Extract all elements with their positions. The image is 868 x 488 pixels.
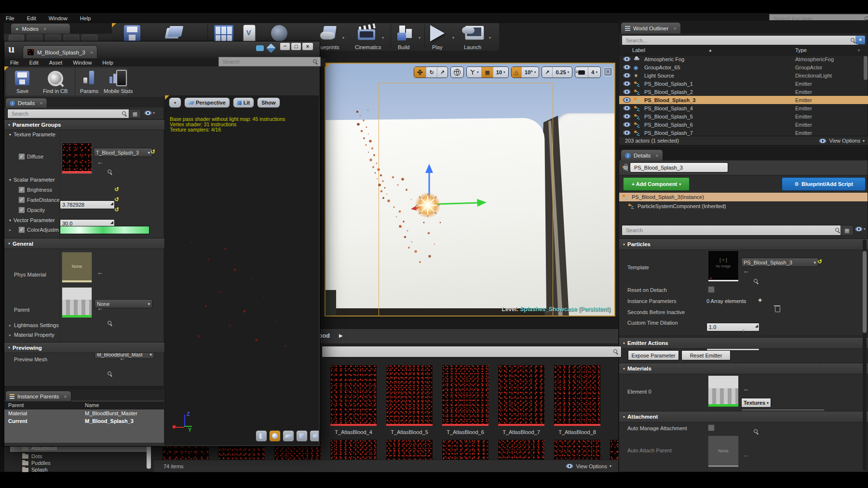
asset-tile[interactable]	[610, 440, 618, 460]
menu-file[interactable]: File	[10, 60, 19, 66]
camera-speed-button[interactable]	[575, 67, 588, 78]
folder-row[interactable]: Puddles	[10, 460, 147, 466]
parent-thumbnail[interactable]	[62, 287, 92, 318]
expand-advanced-button[interactable]: ▾	[619, 328, 868, 336]
rotation-snap-value[interactable]: 10°▾	[521, 67, 539, 78]
rotate-tool-button[interactable]: ↻	[426, 67, 436, 78]
menu-help[interactable]: Help	[80, 15, 91, 21]
add-element-icon[interactable]: +	[758, 296, 762, 304]
diffuse-checkbox[interactable]	[18, 153, 25, 160]
level-viewport[interactable]: ↻ ↗ ▾ ▦ 10▾ △ 10°▾	[325, 63, 615, 317]
group-vector-parameter[interactable]: ▾Vector Parameter	[9, 217, 55, 223]
browse-back-icon[interactable]: ←	[743, 268, 749, 274]
toolbar-launch-button[interactable]: Launch ▾	[460, 24, 492, 50]
find-in-browser-icon[interactable]	[108, 371, 112, 376]
section-attachment[interactable]: ▾Attachment	[619, 411, 868, 422]
material-preview-viewport[interactable]: ▾ Perspective Lit Show Base pass shader …	[164, 95, 319, 445]
breadcrumb[interactable]: ood	[319, 332, 330, 339]
asset-tile[interactable]	[330, 365, 377, 426]
breadcrumb-arrow-icon[interactable]: ▶	[339, 333, 343, 338]
outliner-row[interactable]: PS_Blood_Splash_6Emitter	[619, 120, 868, 129]
component-row[interactable]: ParticleSystemComponent (Inherited)	[619, 202, 868, 211]
details-search-input[interactable]	[625, 227, 833, 234]
close-icon[interactable]: ×	[43, 26, 46, 32]
group-scalar-parameter[interactable]: ▾Scalar Parameter	[9, 177, 55, 183]
reset-to-default-icon[interactable]: ↺	[114, 207, 119, 212]
outliner-row[interactable]: PS_Blood_Splash_5Emitter	[619, 112, 868, 120]
snap-widget-button[interactable]: ▾	[467, 67, 482, 78]
toolbar-blueprints-button[interactable]: lueprints ▾	[319, 24, 349, 50]
folder-row[interactable]: Dots	[10, 453, 147, 460]
camera-speed-value[interactable]: 4▾	[588, 67, 600, 78]
save-all-icon[interactable]	[124, 25, 140, 41]
preview-shape-sphere-button[interactable]	[269, 430, 281, 442]
template-dropdown[interactable]: PS_Blood_Splash_3	[741, 258, 818, 267]
coloradjust-checkbox[interactable]	[18, 226, 25, 233]
column-type[interactable]: Type	[795, 47, 807, 53]
browse-back-icon[interactable]: ←	[119, 356, 125, 361]
preview-shape-cylinder-button[interactable]	[256, 430, 267, 442]
instance-parents-row[interactable]: MaterialM_BloodBurst_Master	[4, 410, 164, 418]
grid-snap-toggle[interactable]: ▦	[481, 67, 492, 78]
asset-tile[interactable]	[554, 365, 600, 426]
material-details-search[interactable]	[7, 109, 130, 119]
brightness-checkbox[interactable]	[18, 186, 25, 193]
trash-icon[interactable]	[775, 307, 780, 312]
reset-emitter-button[interactable]: Reset Emitter	[681, 350, 731, 360]
group-texture-parameter[interactable]: ▾Texture Paramete	[9, 132, 55, 137]
rotation-snap-toggle[interactable]: △	[512, 67, 521, 78]
lightmass-settings-row[interactable]: ▸Lightmass Settings	[9, 322, 59, 328]
type-filter-icon[interactable]: ▾	[858, 48, 860, 53]
gear-icon[interactable]	[271, 25, 287, 41]
coloradjust-gradient[interactable]	[60, 226, 149, 234]
close-icon[interactable]: ×	[673, 26, 676, 31]
visibility-eye-icon[interactable]	[623, 56, 631, 62]
find-in-browser-icon[interactable]	[108, 321, 112, 326]
outliner-row[interactable]: ◉GroupActor_65GroupActor	[619, 63, 868, 71]
outliner-search[interactable]	[622, 35, 859, 45]
visibility-eye-icon[interactable]	[623, 122, 631, 127]
visibility-eye-icon[interactable]	[623, 130, 631, 135]
outliner-view-options[interactable]: View Options▾	[819, 138, 865, 144]
feedback-bubble-icon[interactable]	[256, 45, 264, 51]
menu-file[interactable]: File	[6, 15, 14, 21]
actor-name-field[interactable]	[630, 162, 728, 172]
material-details-search-input[interactable]	[11, 110, 120, 117]
minimize-button[interactable]: –	[280, 43, 290, 50]
template-thumbnail[interactable]: [ + ] No Image ✕	[708, 251, 739, 282]
panel-splitter[interactable]	[4, 386, 164, 390]
window-help-search-input[interactable]	[222, 58, 311, 65]
grid-view-button[interactable]: ▦	[841, 225, 854, 236]
cb-view-options[interactable]: View Options▾	[566, 463, 611, 469]
menu-window[interactable]: Window	[49, 15, 68, 21]
outliner-row[interactable]: Atmospheric FogAtmosphericFog	[619, 55, 868, 63]
browse-back-icon[interactable]: ←	[97, 305, 103, 311]
toolbar-cinematics-button[interactable]: Cinematics ▾	[352, 24, 386, 50]
column-label[interactable]: Label	[632, 47, 645, 53]
source-control-icon[interactable]	[165, 25, 182, 41]
menu-window[interactable]: Window	[73, 60, 92, 66]
scale-tool-button[interactable]: ↗	[437, 67, 448, 78]
close-icon[interactable]: ×	[655, 153, 658, 158]
close-icon[interactable]: ×	[40, 100, 42, 106]
expose-parameter-button[interactable]: Expose Parameter	[628, 350, 679, 360]
toolbar-build-button[interactable]: Build ▾	[394, 24, 421, 50]
settings-icon[interactable]: V	[243, 25, 256, 43]
diffuse-texture-dropdown[interactable]: T_Blood_Splash_3	[94, 148, 152, 157]
details-view-options[interactable]: ▾	[855, 226, 866, 232]
diffuse-thumbnail[interactable]	[62, 143, 92, 174]
visibility-eye-icon[interactable]	[623, 81, 631, 86]
outliner-row[interactable]: ☀Light SourceDirectionalLight	[619, 71, 868, 79]
toolbar-play-button[interactable]: Play ▾	[426, 24, 456, 50]
outliner-row-selected[interactable]: PS_Blood_Splash_3Emitter	[619, 96, 868, 104]
material-property-row[interactable]: ▸Material Property	[9, 332, 54, 338]
reset-to-default-icon[interactable]: ↺	[114, 186, 119, 192]
window-titlebar[interactable]: u M_Blood_Splash_3 × – ▢ ×	[4, 41, 320, 58]
maximize-viewport-button[interactable]	[604, 67, 612, 76]
save-button[interactable]: Save	[11, 70, 42, 95]
layers-icon[interactable]	[266, 43, 276, 53]
actor-name-input[interactable]	[633, 164, 725, 171]
preview-shape-plane-button[interactable]	[283, 430, 294, 442]
reset-to-default-icon[interactable]: ↺	[114, 197, 119, 202]
scale-snap-value[interactable]: 0.25▾	[552, 67, 572, 78]
